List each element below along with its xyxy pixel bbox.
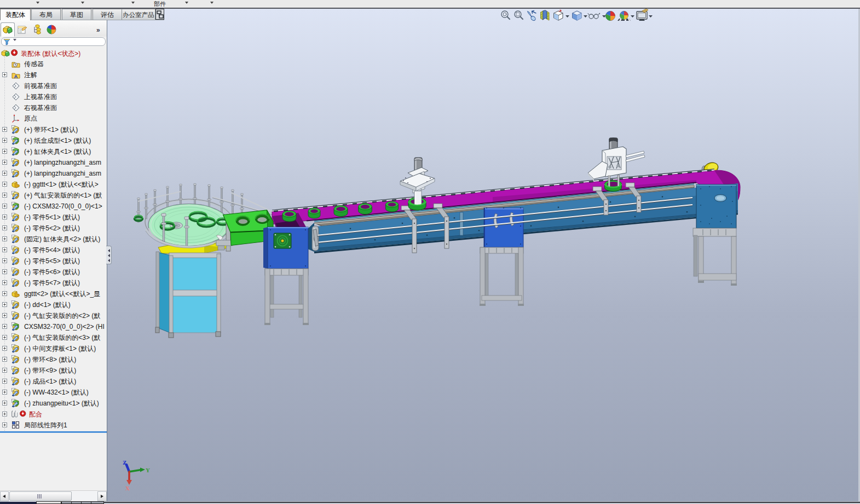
- svg-text:Y: Y: [146, 467, 150, 473]
- svg-text:X: X: [125, 485, 130, 491]
- svg-text:Z: Z: [123, 459, 126, 466]
